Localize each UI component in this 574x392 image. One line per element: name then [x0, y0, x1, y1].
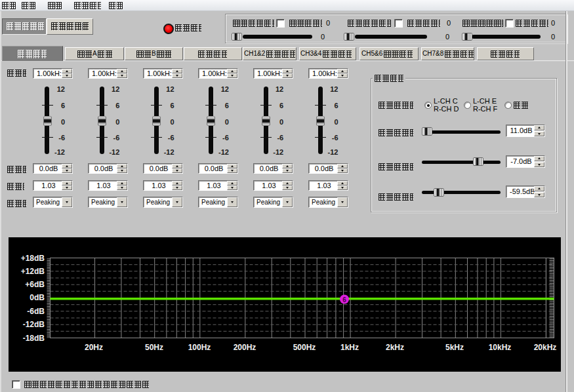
svg-text:0dB: 0dB — [30, 293, 45, 302]
svg-text:+18dB: +18dB — [21, 254, 45, 263]
svg-text:1kHz: 1kHz — [340, 343, 359, 352]
svg-text:+6dB: +6dB — [25, 280, 45, 289]
svg-text:500Hz: 500Hz — [293, 343, 316, 352]
svg-text:+12dB: +12dB — [21, 267, 45, 276]
svg-text:200Hz: 200Hz — [234, 343, 256, 352]
svg-text:100Hz: 100Hz — [188, 343, 211, 352]
svg-text:20Hz: 20Hz — [85, 343, 103, 352]
svg-text:50Hz: 50Hz — [145, 343, 163, 352]
svg-text:20kHz: 20kHz — [534, 343, 557, 352]
svg-text:-12dB: -12dB — [23, 320, 45, 329]
svg-text:5kHz: 5kHz — [445, 343, 464, 352]
svg-text:-18dB: -18dB — [23, 334, 45, 343]
svg-text:6: 6 — [342, 296, 346, 304]
svg-text:2kHz: 2kHz — [386, 343, 404, 352]
svg-text:10kHz: 10kHz — [489, 343, 512, 352]
svg-text:-6dB: -6dB — [27, 307, 45, 316]
